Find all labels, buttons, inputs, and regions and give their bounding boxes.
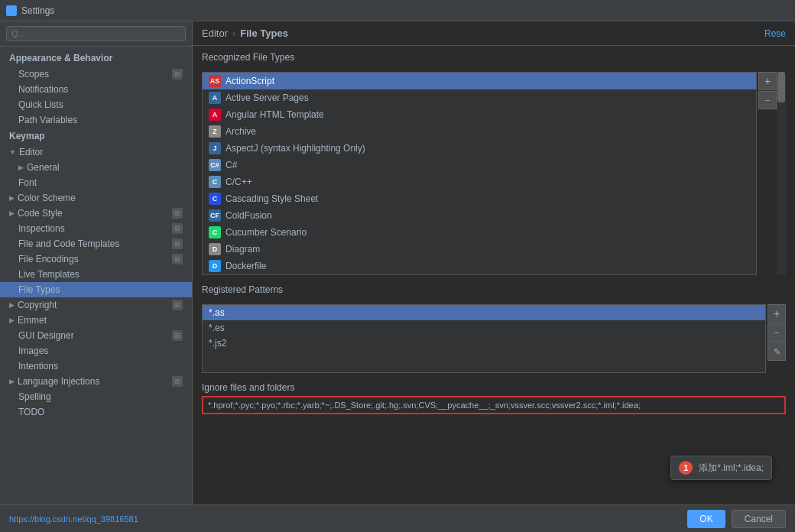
- file-type-coldfusion[interactable]: CF ColdFusion: [203, 207, 756, 224]
- encodings-badge: ⊞: [172, 254, 183, 264]
- sidebar-item-live-templates[interactable]: Live Templates: [0, 267, 192, 282]
- content-body: Recognized File Types AS ActionScript A …: [193, 46, 795, 504]
- file-type-csharp[interactable]: C# C#: [203, 157, 756, 174]
- pattern-buttons: + − ✎: [767, 304, 786, 373]
- actionscript-icon: AS: [209, 75, 221, 87]
- title-bar: Settings: [0, 0, 795, 21]
- color-scheme-arrow-icon: [9, 194, 15, 202]
- sidebar-item-spelling[interactable]: Spelling: [0, 389, 192, 404]
- emmet-arrow-icon: [9, 316, 15, 324]
- sidebar-item-file-types[interactable]: File Types: [0, 282, 192, 297]
- search-box: [0, 21, 192, 47]
- sidebar-item-general[interactable]: General: [0, 160, 192, 175]
- file-type-angular[interactable]: A Angular HTML Template: [203, 106, 756, 123]
- recognized-section-title: Recognized File Types: [202, 52, 786, 63]
- add-file-type-btn[interactable]: +: [758, 72, 777, 90]
- file-types-list: AS ActionScript A Active Server Pages A …: [202, 72, 757, 275]
- pattern-as[interactable]: *.as: [203, 305, 765, 320]
- cucumber-icon: C: [209, 226, 221, 238]
- file-type-cucumber[interactable]: C Cucumber Scenario: [203, 224, 756, 241]
- file-types-scrollbar[interactable]: [777, 72, 786, 275]
- sidebar-item-inspections[interactable]: Inspections ⊞: [0, 221, 192, 236]
- tooltip-bubble: 1 添加*.iml;*.idea;: [670, 456, 772, 480]
- sidebar-group-editor[interactable]: Editor: [0, 144, 192, 160]
- sidebar-item-intentions[interactable]: Intentions: [0, 358, 192, 374]
- sidebar-item-language-injections[interactable]: Language Injections ⊞: [0, 374, 192, 389]
- cpp-icon: C: [209, 176, 221, 188]
- sidebar-group-appearance: Appearance & Behavior: [0, 50, 192, 66]
- breadcrumb-current: File Types: [240, 28, 288, 39]
- file-type-dockerfile[interactable]: D Dockerfile: [203, 258, 756, 274]
- bottom-buttons: OK Cancel: [687, 510, 786, 528]
- sidebar-item-notifications[interactable]: Notifications: [0, 82, 192, 97]
- breadcrumb: Editor › File Types: [202, 28, 288, 39]
- code-style-badge: ⊞: [172, 208, 183, 219]
- ignore-input-wrapper: [202, 396, 786, 414]
- content-area: Editor › File Types Rese Recognized File…: [193, 21, 795, 504]
- pattern-js2[interactable]: *.js2: [203, 336, 765, 351]
- sidebar-item-color-scheme[interactable]: Color Scheme: [0, 190, 192, 206]
- reset-link[interactable]: Rese: [764, 28, 786, 39]
- file-type-asp[interactable]: A Active Server Pages: [203, 89, 756, 106]
- tooltip-text: 添加*.iml;*.idea;: [699, 462, 764, 475]
- cf-icon: CF: [209, 209, 221, 222]
- sidebar-group-keymap: Keymap: [0, 128, 192, 144]
- ignore-input[interactable]: [203, 397, 784, 413]
- edit-pattern-btn[interactable]: ✎: [767, 342, 786, 361]
- breadcrumb-separator: ›: [232, 28, 235, 39]
- lang-inject-badge: ⊞: [172, 376, 183, 387]
- sidebar-item-scopes[interactable]: Scopes ⊞: [0, 66, 192, 82]
- sidebar-item-gui-designer[interactable]: GUI Designer ⊞: [0, 328, 192, 343]
- bottom-link[interactable]: https://blog.csdn.net/qq_39816581: [9, 514, 138, 524]
- pattern-es[interactable]: *.es: [203, 320, 765, 336]
- sidebar-item-emmet[interactable]: Emmet: [0, 313, 192, 328]
- file-type-archive[interactable]: Z Archive: [203, 123, 756, 140]
- file-type-aspectj[interactable]: J AspectJ (syntax Highlighting Only): [203, 140, 756, 157]
- scopes-badge: ⊞: [172, 69, 183, 79]
- tooltip-number: 1: [679, 461, 693, 475]
- ignore-section: Ignore files and folders: [202, 382, 786, 414]
- sidebar: Appearance & Behavior Scopes ⊞ Notificat…: [0, 21, 193, 504]
- file-type-diagram[interactable]: D Diagram: [203, 241, 756, 258]
- ok-button[interactable]: OK: [687, 510, 725, 528]
- bottom-bar: https://blog.csdn.net/qq_39816581 OK Can…: [0, 504, 795, 532]
- file-type-actionscript[interactable]: AS ActionScript: [203, 73, 756, 89]
- general-arrow-icon: [18, 164, 24, 171]
- sidebar-content: Appearance & Behavior Scopes ⊞ Notificat…: [0, 47, 192, 504]
- file-type-css[interactable]: C Cascading Style Sheet: [203, 190, 756, 207]
- content-header: Editor › File Types Rese: [193, 21, 795, 46]
- sidebar-item-code-style[interactable]: Code Style ⊞: [0, 206, 192, 221]
- fct-badge: ⊞: [172, 238, 183, 249]
- sidebar-item-todo[interactable]: TODO: [0, 404, 192, 420]
- breadcrumb-parent: Editor: [202, 28, 228, 39]
- archive-icon: Z: [209, 125, 221, 138]
- add-pattern-btn[interactable]: +: [767, 304, 786, 323]
- title-bar-text: Settings: [21, 5, 54, 16]
- sidebar-item-path-variables[interactable]: Path Variables: [0, 112, 192, 128]
- cancel-button[interactable]: Cancel: [732, 510, 786, 528]
- remove-file-type-btn[interactable]: −: [758, 91, 777, 109]
- csharp-icon: C#: [209, 159, 221, 171]
- sidebar-item-copyright[interactable]: Copyright ⊞: [0, 297, 192, 313]
- css-icon: C: [209, 193, 221, 205]
- scrollbar-thumb: [777, 72, 785, 102]
- ignore-label: Ignore files and folders: [202, 382, 786, 393]
- sidebar-item-file-and-code-templates[interactable]: File and Code Templates ⊞: [0, 236, 192, 251]
- sidebar-item-file-encodings[interactable]: File Encodings ⊞: [0, 251, 192, 267]
- search-input[interactable]: [6, 26, 186, 41]
- registered-patterns-title: Registered Patterns: [202, 284, 786, 295]
- remove-pattern-btn[interactable]: −: [767, 323, 786, 342]
- sidebar-item-images[interactable]: Images: [0, 343, 192, 358]
- editor-arrow-icon: [9, 148, 16, 156]
- sidebar-item-quick-lists[interactable]: Quick Lists: [0, 97, 192, 112]
- code-style-arrow-icon: [9, 209, 15, 217]
- diagram-icon: D: [209, 243, 221, 255]
- copyright-arrow-icon: [9, 301, 15, 309]
- copyright-badge: ⊞: [172, 300, 183, 310]
- sidebar-item-font[interactable]: Font: [0, 175, 192, 190]
- main-layout: Appearance & Behavior Scopes ⊞ Notificat…: [0, 21, 795, 504]
- lang-inject-arrow-icon: [9, 378, 15, 385]
- patterns-list: *.as *.es *.js2: [202, 304, 766, 373]
- docker-icon: D: [209, 260, 221, 272]
- file-type-cpp[interactable]: C C/C++: [203, 174, 756, 190]
